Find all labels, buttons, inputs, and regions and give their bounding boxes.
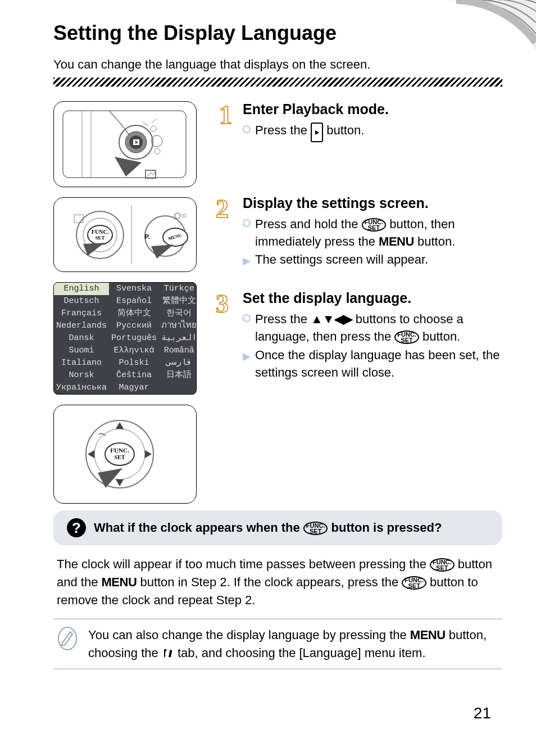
language-table: EnglishSvenskaTürkçeDeutschEspañol繁體中文Fr…	[53, 282, 197, 395]
language-cell: Ελληνικά	[109, 345, 159, 357]
language-cell: English	[54, 283, 109, 295]
step-number-1: 1	[214, 101, 237, 143]
svg-point-32	[58, 627, 76, 650]
step-3: 3 Set the display language. Press the ▲▼…	[214, 290, 502, 382]
bullet-icon	[243, 219, 251, 227]
step-2-result: The settings screen will appear.	[255, 251, 428, 269]
language-cell: Español	[109, 295, 159, 307]
svg-text:2: 2	[216, 195, 229, 223]
step-1: 1 Enter Playback mode. Press the button.	[214, 101, 502, 143]
step-3-heading: Set the display language.	[243, 290, 502, 306]
language-cell: Português	[109, 332, 159, 345]
step-2: 2 Display the settings screen. Press and…	[214, 195, 502, 270]
pencil-icon	[57, 626, 78, 662]
language-cell	[159, 382, 197, 394]
language-cell: Dansk	[54, 332, 109, 345]
svg-rect-17	[74, 215, 83, 223]
t: Press and hold the	[255, 217, 362, 231]
language-cell: فارسی	[159, 357, 197, 369]
language-cell: 한국어	[159, 307, 197, 320]
func-set-icon: FUNC.SET	[430, 558, 455, 572]
func-set-icon: FUNC.SET	[394, 331, 419, 344]
svg-text:FUNC.: FUNC.	[110, 447, 129, 454]
svg-text:1: 1	[219, 101, 232, 129]
language-cell: Deutsch	[54, 295, 109, 307]
language-cell: Polski	[109, 357, 159, 369]
step-3-bullet-1: Press the ▲▼◀▶ buttons to choose a langu…	[243, 311, 502, 346]
step-2-bullet-2: ▶ The settings screen will appear.	[243, 251, 502, 269]
tip-heading-pre: What if the clock appears when the	[94, 520, 303, 535]
func-set-icon: FUNC.SET	[362, 218, 387, 232]
tip-heading-bar: ? What if the clock appears when the FUN…	[53, 510, 502, 545]
language-cell: 简体中文	[109, 307, 159, 320]
bullet-icon	[243, 125, 251, 133]
t: Press the	[255, 312, 311, 326]
language-cell: 日本語	[159, 369, 197, 382]
step-1-text-post: button.	[323, 123, 364, 137]
menu-icon: MENU	[410, 628, 446, 642]
step-1-text-pre: Press the	[255, 123, 311, 137]
page-number: 21	[474, 704, 491, 722]
left-column: FUNC. SET MENU P. EnglishSvenskaTürkçeDe…	[53, 101, 197, 504]
svg-text:FUNC.: FUNC.	[92, 229, 109, 235]
step-number-3: 3	[214, 290, 237, 382]
language-cell: Magyar	[109, 382, 159, 394]
language-cell: Čeština	[109, 369, 159, 382]
step-1-heading: Enter Playback mode.	[243, 101, 502, 117]
step-2-heading: Display the settings screen.	[243, 195, 502, 211]
note-bar: You can also change the display language…	[53, 618, 502, 670]
tip-body-3: button in Step 2. If the clock appears, …	[137, 575, 402, 589]
svg-text:3: 3	[216, 290, 229, 318]
func-set-icon: FUNC.SET	[303, 522, 328, 535]
language-cell: Nederlands	[54, 320, 109, 332]
language-cell: Suomi	[54, 345, 109, 357]
language-cell: 繁體中文	[159, 295, 197, 307]
arrow-bullet-icon: ▶	[243, 350, 251, 364]
dpad-icon: ▲▼◀▶	[311, 312, 352, 326]
step-number-2: 2	[214, 195, 237, 270]
bullet-icon	[243, 314, 251, 322]
step-1-bullet: Press the button.	[243, 122, 502, 142]
wrench-hammer-icon	[162, 646, 174, 660]
t: button.	[414, 234, 455, 248]
language-cell: العربية	[159, 332, 197, 345]
svg-text:P.: P.	[145, 233, 150, 240]
divider-hatch	[53, 78, 502, 87]
illustration-playback	[53, 101, 197, 187]
question-icon: ?	[67, 518, 86, 537]
tip-body-1: The clock will appear if too much time p…	[57, 557, 430, 571]
language-cell: ภาษาไทย	[159, 320, 197, 332]
note-post: tab, and choosing the [Language] menu it…	[174, 646, 426, 660]
svg-text:SET: SET	[95, 235, 105, 241]
step-3-result: Once the display language has been set, …	[255, 347, 502, 382]
tip-body: The clock will appear if too much time p…	[53, 555, 502, 609]
tip-heading-post: button is pressed?	[328, 520, 442, 535]
right-column: 1 Enter Playback mode. Press the button.	[214, 101, 502, 504]
language-cell: Русский	[109, 320, 159, 332]
language-cell: Italiano	[54, 357, 109, 369]
step-3-bullet-2: ▶ Once the display language has been set…	[243, 347, 502, 382]
menu-icon: MENU	[379, 234, 414, 248]
step-2-bullet-1: Press and hold the FUNC.SET button, then…	[243, 216, 502, 251]
language-cell: Français	[54, 307, 109, 320]
arrow-bullet-icon: ▶	[243, 254, 251, 268]
svg-text:SET: SET	[115, 454, 125, 460]
corner-decor	[412, 0, 536, 67]
language-cell: Svenska	[109, 283, 159, 295]
illustration-wheel: FUNC. SET	[53, 405, 197, 504]
svg-point-22	[175, 213, 180, 219]
menu-icon: MENU	[102, 575, 137, 589]
language-cell: Türkçe	[159, 283, 197, 295]
illustration-func-menu: FUNC. SET MENU P.	[53, 197, 197, 272]
func-set-icon: FUNC.SET	[402, 576, 426, 590]
playback-icon	[311, 123, 323, 142]
language-cell: Norsk	[54, 369, 109, 382]
t: button.	[419, 329, 460, 343]
language-cell: Українська	[54, 382, 109, 394]
svg-point-23	[183, 214, 186, 218]
language-cell: Română	[159, 345, 197, 357]
note-pre: You can also change the display language…	[88, 628, 410, 642]
